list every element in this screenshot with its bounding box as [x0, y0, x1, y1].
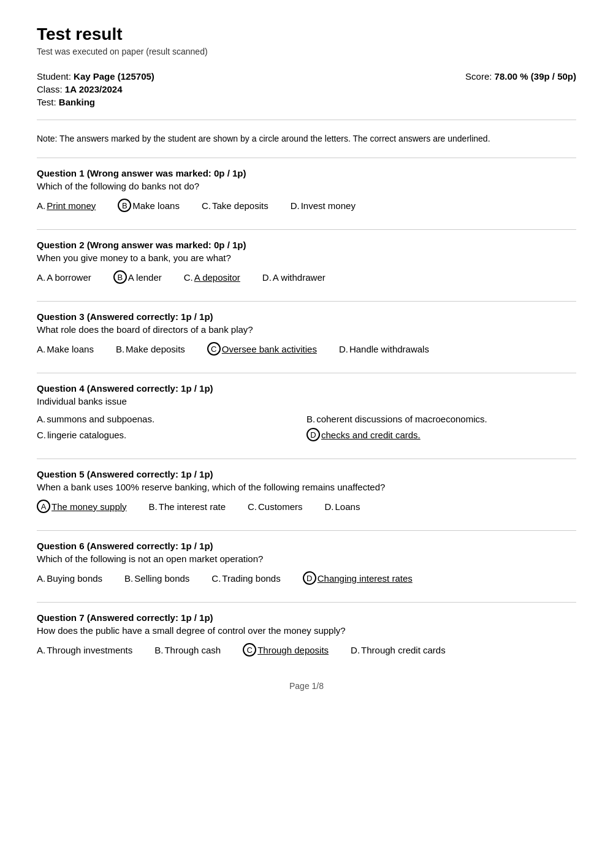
question-block-1: Question 1 (Wrong answer was marked: 0p …	[37, 168, 576, 212]
question-text-2: When you give money to a bank, you are w…	[37, 253, 576, 263]
question-text-3: What role does the board of directors of…	[37, 324, 576, 335]
answer-text: Selling bonds	[134, 573, 189, 584]
meta-section: Student: Kay Page (125705) Class: 1A 202…	[37, 71, 576, 110]
answer-4-4: D checks and credit cards.	[306, 428, 554, 441]
answer-text: checks and credit cards.	[321, 430, 421, 440]
answer-2-1: A. A borrower	[37, 272, 91, 283]
answer-label: A.	[37, 272, 45, 283]
answer-label: C.	[248, 501, 257, 512]
answer-1-3: C. Take deposits	[202, 200, 268, 211]
circled-label: C	[207, 342, 221, 356]
answer-text: Trading bonds	[222, 573, 280, 584]
answer-4-1: A. summons and subpoenas.	[37, 414, 284, 424]
answer-5-3: C. Customers	[248, 501, 303, 512]
class-label: Class:	[37, 84, 63, 94]
answer-text: Changing interest rates	[318, 573, 413, 584]
question-divider	[37, 602, 576, 603]
test-line: Test: Banking	[37, 97, 306, 107]
answer-text: Oversee bank activities	[222, 344, 317, 354]
answer-label: A.	[37, 414, 45, 424]
meta-left: Student: Kay Page (125705) Class: 1A 202…	[37, 71, 306, 110]
answers-5: A The money supplyB. The interest rateC.…	[37, 500, 576, 513]
answer-text: Handle withdrawals	[349, 344, 429, 354]
score-value: 78.00 % (39p / 50p)	[495, 71, 576, 82]
answer-text: Through credit cards	[361, 645, 446, 655]
question-block-7: Question 7 (Answered correctly: 1p / 1p)…	[37, 612, 576, 657]
answer-5-4: D. Loans	[325, 501, 360, 512]
student-line: Student: Kay Page (125705)	[37, 71, 306, 82]
answer-label: D.	[262, 272, 272, 283]
student-name: Kay Page (125705)	[74, 71, 154, 82]
answer-label: B.	[116, 344, 124, 354]
answers-1: A. Print moneyB Make loansC. Take deposi…	[37, 199, 576, 212]
answers-3: A. Make loansB. Make depositsC Oversee b…	[37, 342, 576, 356]
answer-6-3: C. Trading bonds	[211, 573, 280, 584]
note-section: Note: The answers marked by the student …	[37, 132, 576, 145]
class-value: 1A 2023/2024	[65, 84, 123, 94]
answer-label: C.	[211, 573, 221, 584]
circled-label: D	[303, 571, 316, 585]
circled-label: A	[37, 500, 50, 513]
answer-6-4: D Changing interest rates	[303, 571, 413, 585]
answer-label: D.	[291, 200, 300, 211]
question-text-7: How does the public have a small degree …	[37, 625, 576, 636]
question-text-5: When a bank uses 100% reserve banking, w…	[37, 482, 576, 492]
answer-4-2: B. coherent discussions of macroeconomic…	[306, 414, 554, 424]
answers-6: A. Buying bondsB. Selling bondsC. Tradin…	[37, 571, 576, 585]
answer-text: Make loans	[47, 344, 94, 354]
answers-2: A. A borrowerB A lenderC. A depositorD. …	[37, 270, 576, 284]
score-label: Score:	[465, 71, 492, 82]
question-text-1: Which of the following do banks not do?	[37, 181, 576, 191]
answer-7-1: A. Through investments	[37, 645, 132, 655]
answer-text: The money supply	[51, 501, 127, 512]
question-divider	[37, 373, 576, 373]
answer-text: Through investments	[47, 645, 132, 655]
answer-label: B.	[124, 573, 133, 584]
answer-text: A withdrawer	[273, 272, 326, 283]
page-title: Test result	[37, 25, 576, 44]
answer-label: B.	[149, 501, 158, 512]
answer-label: A.	[37, 344, 45, 354]
question-divider	[37, 530, 576, 531]
question-header-6: Question 6 (Answered correctly: 1p / 1p)	[37, 541, 576, 551]
class-line: Class: 1A 2023/2024	[37, 84, 306, 94]
answer-6-1: A. Buying bonds	[37, 573, 102, 584]
answer-text: Through deposits	[257, 645, 329, 655]
question-text-4: Individual banks issue	[37, 396, 576, 406]
answer-label: D.	[351, 645, 360, 655]
answer-label: D.	[325, 501, 334, 512]
answer-text: Make deposits	[126, 344, 185, 354]
answer-1-4: D. Invest money	[291, 200, 356, 211]
answer-3-3: C Oversee bank activities	[207, 342, 317, 356]
answer-text: A lender	[128, 272, 162, 283]
question-block-2: Question 2 (Wrong answer was marked: 0p …	[37, 240, 576, 284]
answer-text: Invest money	[301, 200, 356, 211]
question-block-4: Question 4 (Answered correctly: 1p / 1p)…	[37, 383, 576, 441]
answer-text: Loans	[335, 501, 360, 512]
answer-2-2: B A lender	[113, 270, 162, 284]
answer-text: Make loans	[132, 200, 180, 211]
answer-label: C.	[184, 272, 193, 283]
answer-3-4: D. Handle withdrawals	[339, 344, 429, 354]
answer-3-2: B. Make deposits	[116, 344, 185, 354]
answers-7: A. Through investmentsB. Through cashC T…	[37, 643, 576, 657]
answer-text: lingerie catalogues.	[47, 430, 126, 440]
question-divider	[37, 459, 576, 459]
answer-7-4: D. Through credit cards	[351, 645, 446, 655]
answer-5-2: B. The interest rate	[149, 501, 226, 512]
answer-1-1: A. Print money	[37, 200, 96, 211]
answer-label: A.	[37, 645, 45, 655]
answer-text: The interest rate	[159, 501, 226, 512]
circled-label: C	[243, 643, 256, 657]
question-block-6: Question 6 (Answered correctly: 1p / 1p)…	[37, 541, 576, 585]
answer-5-1: A The money supply	[37, 500, 127, 513]
test-value: Banking	[59, 97, 95, 107]
question-divider	[37, 229, 576, 230]
answer-text: summons and subpoenas.	[47, 414, 154, 424]
page-subtitle: Test was executed on paper (result scann…	[37, 47, 576, 56]
answers-4: A. summons and subpoenas.B. coherent dis…	[37, 414, 576, 441]
test-label: Test:	[37, 97, 56, 107]
circled-label: B	[118, 199, 131, 212]
footer-text: Page 1/8	[289, 681, 324, 691]
answer-6-2: B. Selling bonds	[124, 573, 189, 584]
